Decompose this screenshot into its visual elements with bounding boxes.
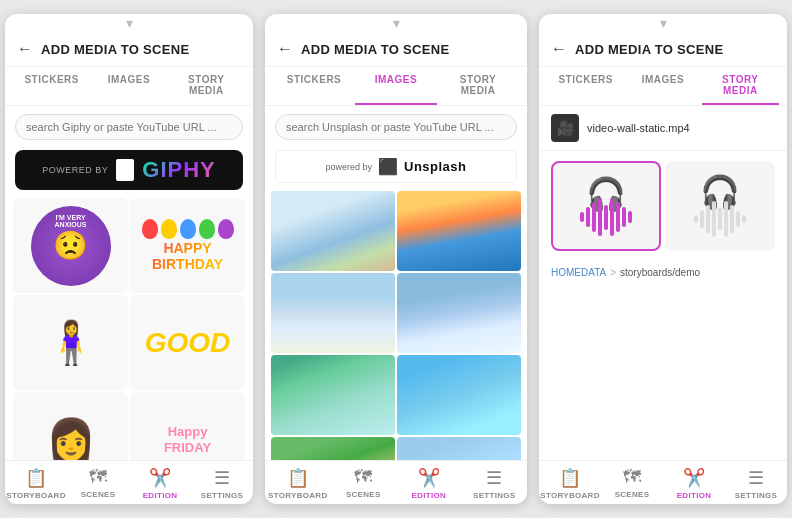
waveform-bar [700, 210, 704, 228]
tab-stickers[interactable]: STICKERS [13, 67, 90, 105]
nav-storyboard[interactable]: 📋 STORYBOARD [5, 467, 67, 500]
panel-header: ← ADD MEDIA TO SCENE [539, 30, 787, 67]
nav-scenes[interactable]: 🗺 SCENES [601, 467, 663, 500]
giphy-logo: GIPHY [142, 157, 215, 183]
nav-edition[interactable]: ✂️ EDITION [396, 467, 462, 500]
tab-bar: STICKERS IMAGES STORY MEDIA [5, 67, 253, 106]
good-sticker: GOOD [145, 327, 231, 359]
nav-edition[interactable]: ✂️ EDITION [663, 467, 725, 500]
anxious-sticker: 😟 I'M VERYANXIOUS [31, 206, 111, 286]
happy-birthday-text: HAPPYBIRTHDAY [152, 241, 223, 272]
tab-bar: STICKERS IMAGES STORY MEDIA [539, 67, 787, 106]
panel-stickers: ▾ ← ADD MEDIA TO SCENE STICKERS IMAGES S… [5, 14, 253, 504]
unsplash-banner: powered by ⬛ Unsplash [275, 150, 517, 183]
tab-story-media[interactable]: STORY MEDIA [702, 67, 779, 105]
panel-drag-handle[interactable]: ▾ [265, 14, 527, 30]
panel-drag-handle[interactable]: ▾ [5, 14, 253, 30]
image-item[interactable] [397, 355, 521, 435]
balloon [161, 219, 177, 239]
tab-stickers[interactable]: STICKERS [273, 67, 355, 105]
nav-scenes[interactable]: 🗺 SCENES [331, 467, 397, 500]
woman-sticker: 👩 [46, 416, 96, 460]
tab-images[interactable]: IMAGES [624, 67, 701, 105]
edition-icon: ✂️ [683, 467, 705, 489]
image-item[interactable] [271, 191, 395, 271]
sticker-item[interactable]: 😟 I'M VERYANXIOUS [13, 198, 128, 293]
waveform-bar [610, 198, 614, 236]
nav-storyboard-label: STORYBOARD [540, 491, 599, 500]
sticker-item[interactable]: HappyFRIDAY [130, 392, 245, 460]
tab-story-media[interactable]: STORY MEDIA [437, 67, 519, 105]
nav-settings[interactable]: ☰ SETTINGS [462, 467, 528, 500]
panel-title: ADD MEDIA TO SCENE [41, 42, 189, 57]
tab-stickers[interactable]: STICKERS [547, 67, 624, 105]
friday-sticker: HappyFRIDAY [164, 424, 211, 455]
nav-storyboard-label: STORYBOARD [6, 491, 65, 500]
waveform-bar [598, 198, 602, 236]
bottom-nav: 📋 STORYBOARD 🗺 SCENES ✂️ EDITION ☰ SETTI… [265, 460, 527, 504]
storyboard-icon: 📋 [25, 467, 47, 489]
nav-settings[interactable]: ☰ SETTINGS [725, 467, 787, 500]
tab-story-media[interactable]: STORY MEDIA [168, 67, 245, 105]
nav-storyboard-label: STORYBOARD [268, 491, 327, 500]
waveform-item[interactable]: 🎧 [665, 161, 775, 251]
bottom-nav: 📋 STORYBOARD 🗺 SCENES ✂️ EDITION ☰ SETTI… [5, 460, 253, 504]
balloon [199, 219, 215, 239]
back-button[interactable]: ← [551, 40, 567, 58]
giphy-icon [116, 159, 134, 181]
panel-title: ADD MEDIA TO SCENE [301, 42, 449, 57]
waveform-bar [712, 201, 716, 237]
storyboard-icon: 📋 [287, 467, 309, 489]
video-filename: video-wall-static.mp4 [587, 122, 690, 134]
nav-scenes-label: SCENES [615, 490, 650, 499]
nav-storyboard[interactable]: 📋 STORYBOARD [265, 467, 331, 500]
breadcrumb: HOMEDATA > storyboards/demo [539, 261, 787, 284]
search-input[interactable] [275, 114, 517, 140]
nav-edition-label: EDITION [143, 491, 178, 500]
breadcrumb-root[interactable]: HOMEDATA [551, 267, 606, 278]
settings-icon: ☰ [214, 467, 230, 489]
image-item[interactable] [271, 355, 395, 435]
waveform-bar [604, 205, 608, 230]
sticker-item[interactable]: GOOD [130, 295, 245, 390]
waveform-bar [622, 207, 626, 227]
balloons [142, 219, 234, 239]
sticker-grid: 😟 I'M VERYANXIOUS HAPPYBIRTHDAY 🧍‍♀️ GOO… [5, 198, 253, 460]
image-item[interactable] [271, 437, 395, 460]
back-button[interactable]: ← [17, 40, 33, 58]
sticker-item[interactable]: HAPPYBIRTHDAY [130, 198, 245, 293]
tab-bar: STICKERS IMAGES STORY MEDIA [265, 67, 527, 106]
nav-edition-label: EDITION [677, 491, 712, 500]
tab-images[interactable]: IMAGES [355, 67, 437, 105]
waveform-bar [736, 211, 740, 227]
breadcrumb-separator: > [610, 267, 616, 278]
waveform-bar [694, 215, 698, 223]
waveform-bar [706, 205, 710, 233]
back-button[interactable]: ← [277, 40, 293, 58]
nav-edition[interactable]: ✂️ EDITION [129, 467, 191, 500]
image-item[interactable] [271, 273, 395, 353]
waveform-bar [718, 208, 722, 230]
nav-storyboard[interactable]: 📋 STORYBOARD [539, 467, 601, 500]
search-input[interactable] [15, 114, 243, 140]
waveform-item[interactable]: 🎧 [551, 161, 661, 251]
image-item[interactable] [397, 191, 521, 271]
sticker-item[interactable]: 👩 [13, 392, 128, 460]
tab-images[interactable]: IMAGES [90, 67, 167, 105]
video-file-row: 🎥 video-wall-static.mp4 [539, 106, 787, 151]
panel-header: ← ADD MEDIA TO SCENE [5, 30, 253, 67]
image-item[interactable] [397, 273, 521, 353]
waveform-bar [628, 211, 632, 223]
panel-title: ADD MEDIA TO SCENE [575, 42, 723, 57]
sticker-item[interactable]: 🧍‍♀️ [13, 295, 128, 390]
breadcrumb-path: storyboards/demo [620, 267, 700, 278]
nav-scenes[interactable]: 🗺 SCENES [67, 467, 129, 500]
scenes-icon: 🗺 [623, 467, 641, 488]
image-item[interactable] [397, 437, 521, 460]
settings-icon: ☰ [748, 467, 764, 489]
waveform-bar [724, 201, 728, 237]
panel-drag-handle[interactable]: ▾ [539, 14, 787, 30]
unsplash-icon: ⬛ [378, 157, 398, 176]
nav-settings[interactable]: ☰ SETTINGS [191, 467, 253, 500]
bottom-nav: 📋 STORYBOARD 🗺 SCENES ✂️ EDITION ☰ SETTI… [539, 460, 787, 504]
